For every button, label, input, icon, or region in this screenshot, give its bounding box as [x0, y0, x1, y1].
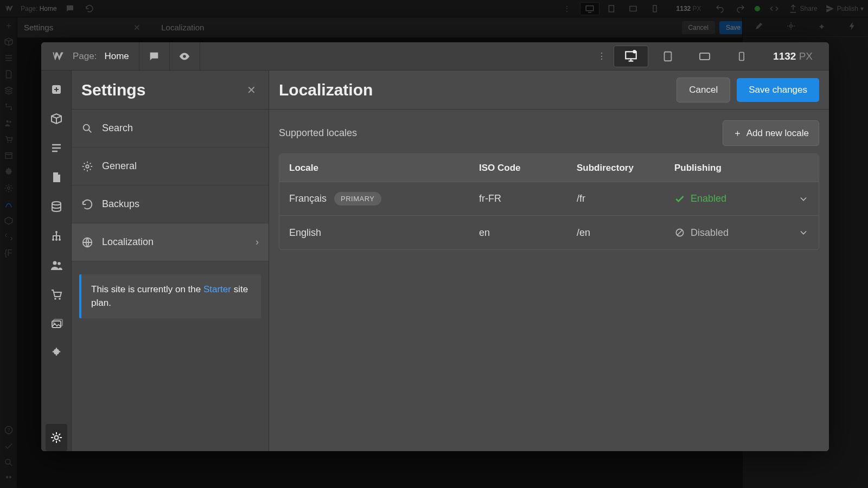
chevron-down-icon[interactable] — [782, 194, 809, 204]
svg-point-18 — [183, 55, 187, 58]
cancel-button[interactable]: Cancel — [676, 78, 730, 102]
check-icon — [674, 194, 685, 204]
save-button[interactable]: Save changes — [737, 78, 819, 102]
preview-button[interactable] — [170, 42, 200, 70]
page-name[interactable]: Home — [104, 51, 129, 62]
col-publishing: Publishing — [674, 163, 782, 174]
viewport-width: 1132 PX — [773, 50, 813, 62]
cms-button[interactable] — [46, 193, 67, 220]
svg-point-38 — [84, 124, 90, 130]
table-row[interactable]: Français PRIMARY fr-FR /fr Enabled — [279, 182, 819, 216]
svg-point-20 — [633, 50, 636, 54]
sidebar-item-localization[interactable]: Localization › — [72, 223, 269, 261]
sitemap-button[interactable] — [46, 222, 67, 249]
col-iso: ISO Code — [479, 163, 577, 174]
device-tablet-button[interactable] — [650, 46, 685, 67]
primary-badge: PRIMARY — [334, 192, 381, 206]
iso-code: fr-FR — [479, 193, 577, 204]
device-switcher — [612, 42, 760, 70]
col-locale: Locale — [289, 163, 479, 174]
add-element-button[interactable] — [46, 76, 67, 103]
plan-link[interactable]: Starter — [203, 284, 231, 294]
sidebar-item-label: Search — [102, 123, 133, 134]
subdirectory: /en — [577, 227, 674, 239]
table-row[interactable]: English en /en Disabled — [279, 216, 819, 249]
sidebar-item-backups[interactable]: Backups — [72, 185, 269, 223]
sidebar-item-search[interactable]: Search — [72, 110, 269, 147]
settings-button[interactable] — [46, 424, 67, 451]
plan-notice: This site is currently on the Starter si… — [79, 274, 261, 318]
sidebar-item-general[interactable]: General — [72, 147, 269, 185]
publishing-status: Disabled — [674, 227, 782, 239]
svg-point-26 — [55, 231, 58, 233]
comments-button[interactable] — [139, 42, 170, 70]
svg-point-32 — [54, 298, 56, 300]
webflow-logo-icon[interactable] — [51, 49, 65, 63]
svg-point-30 — [53, 261, 56, 265]
device-desktop-button[interactable] — [614, 46, 648, 67]
svg-point-37 — [54, 436, 58, 440]
svg-point-33 — [59, 298, 61, 300]
sidebar-item-label: Backups — [102, 198, 139, 210]
settings-title: Settings — [81, 81, 145, 99]
close-icon[interactable]: ✕ — [244, 82, 259, 98]
main-title: Localization — [279, 81, 670, 99]
publishing-status: Enabled — [674, 193, 782, 204]
locale-name: English — [289, 227, 321, 239]
svg-point-28 — [55, 239, 58, 241]
layout-button[interactable] — [46, 134, 67, 162]
chevron-right-icon: › — [256, 236, 259, 248]
col-subdir: Subdirectory — [577, 163, 674, 174]
settings-modal: Page: Home ⋮ 1132 PX — [41, 42, 829, 451]
svg-rect-22 — [700, 53, 710, 60]
modal-iconrail — [41, 70, 72, 451]
section-title: Supported locales — [279, 127, 723, 139]
svg-point-31 — [58, 262, 61, 265]
iso-code: en — [479, 227, 577, 239]
svg-point-25 — [52, 202, 61, 205]
table-header: Locale ISO Code Subdirectory Publishing — [279, 154, 819, 182]
page-label: Page: — [73, 51, 97, 62]
device-mobile-button[interactable] — [724, 46, 759, 67]
svg-point-39 — [86, 165, 89, 168]
users-button[interactable] — [46, 252, 67, 279]
sidebar-item-label: Localization — [102, 236, 154, 248]
ecommerce-button[interactable] — [46, 281, 67, 308]
svg-rect-21 — [665, 52, 672, 61]
box-button[interactable] — [46, 105, 67, 132]
assets-button[interactable] — [46, 310, 67, 337]
page-button[interactable] — [46, 164, 67, 191]
svg-rect-23 — [739, 52, 744, 60]
modal-topbar: Page: Home ⋮ 1132 PX — [41, 42, 829, 70]
sidebar-item-label: General — [102, 160, 137, 172]
disabled-icon — [674, 227, 685, 238]
plus-icon: ＋ — [733, 127, 742, 139]
locale-name: Français — [289, 193, 327, 204]
main-panel: Localization Cancel Save changes Support… — [269, 70, 829, 451]
kebab-icon[interactable]: ⋮ — [591, 51, 612, 61]
settings-sidebar: Settings ✕ Search General Backups Locali… — [72, 70, 269, 451]
locale-table: Locale ISO Code Subdirectory Publishing … — [279, 153, 819, 250]
chevron-down-icon[interactable] — [782, 227, 809, 238]
svg-point-29 — [59, 239, 61, 241]
svg-point-27 — [52, 239, 54, 241]
subdirectory: /fr — [577, 193, 674, 204]
apps-button[interactable] — [46, 339, 67, 367]
device-tablet-landscape-button[interactable] — [687, 46, 722, 67]
add-locale-button[interactable]: ＋ Add new locale — [723, 120, 819, 146]
